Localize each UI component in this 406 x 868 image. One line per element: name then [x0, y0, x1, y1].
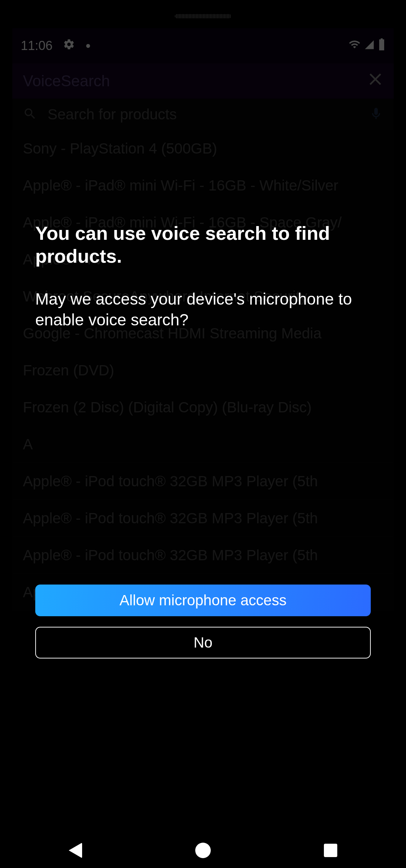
dialog-title: You can use voice search to find product… [35, 222, 371, 268]
screen: 11:06 • VoiceSearch [12, 28, 394, 833]
home-icon[interactable] [195, 843, 211, 858]
search-icon [23, 107, 37, 122]
search-input[interactable]: Search for products [48, 106, 358, 123]
product-list: Sony - PlayStation 4 (500GB)Apple® - iPa… [12, 130, 394, 611]
list-item[interactable]: Frozen (2 Disc) (Digital Copy) (Blu-ray … [12, 389, 394, 426]
allow-button[interactable]: Allow microphone access [35, 585, 371, 616]
speaker-grille [175, 14, 231, 18]
list-item[interactable]: Sony - PlayStation 4 (500GB) [12, 130, 394, 167]
cellular-icon [364, 38, 375, 53]
list-item[interactable]: Apple® - iPod touch® 32GB MP3 Player (5t… [12, 537, 394, 574]
close-icon[interactable] [368, 71, 383, 91]
recents-icon[interactable] [324, 844, 337, 857]
dialog-body: May we access your device's microphone t… [35, 289, 371, 331]
dialog-buttons: Allow microphone access No [35, 585, 371, 669]
status-bar: 11:06 • [12, 28, 394, 63]
list-item[interactable]: Frozen (DVD) [12, 352, 394, 389]
search-bar[interactable]: Search for products [12, 99, 394, 130]
permission-dialog: You can use voice search to find product… [35, 222, 371, 331]
status-time: 11:06 [21, 38, 53, 53]
list-item[interactable]: A [12, 426, 394, 463]
app-title: VoiceSearch [23, 72, 110, 90]
back-icon[interactable] [69, 843, 82, 858]
gear-icon [63, 38, 75, 54]
microphone-icon[interactable] [369, 107, 383, 122]
navigation-bar [12, 833, 394, 868]
app-bar: VoiceSearch [12, 63, 394, 99]
wifi-icon [349, 38, 361, 54]
notification-dot: • [86, 38, 91, 54]
list-item[interactable]: Apple® - iPod touch® 32GB MP3 Player (5t… [12, 500, 394, 537]
deny-button[interactable]: No [35, 627, 371, 658]
device-frame: 11:06 • VoiceSearch [0, 0, 406, 868]
list-item[interactable]: Apple® - iPod touch® 32GB MP3 Player (5t… [12, 463, 394, 500]
list-item[interactable]: Apple® - iPad® mini Wi-Fi - 16GB - White… [12, 167, 394, 204]
battery-icon [378, 38, 385, 54]
